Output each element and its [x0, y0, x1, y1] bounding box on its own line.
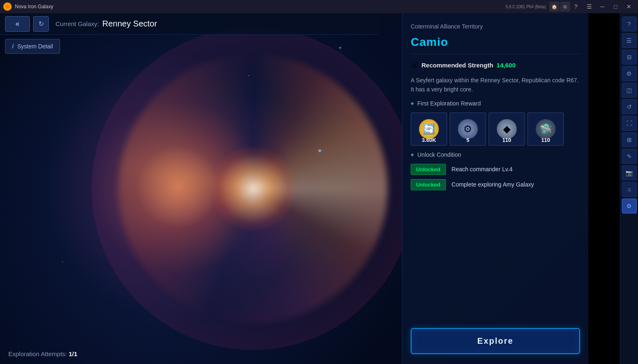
- unlock-condition-1: Complete exploring Amy Galaxy: [452, 181, 534, 188]
- right-sidebar: ? ☰ ⊟ ⚙ ◫ ↺ ⛶ ⊞ ✎ 📷 ♫ ⚙: [620, 13, 638, 364]
- strength-icon: ⚔: [411, 60, 418, 70]
- exploration-label: Exploration Attempts:: [8, 350, 67, 357]
- system-detail-button[interactable]: i System Detail: [5, 39, 60, 54]
- star-4: [83, 146, 83, 146]
- reward-item-3: 🛸 110: [527, 113, 564, 146]
- sidebar-minimize-btn[interactable]: ⊟: [622, 50, 637, 65]
- right-panel: Coterminal Alliance Territory Camio ⚔ Re…: [402, 13, 588, 364]
- reward-icon-gear: ⚙: [458, 119, 478, 139]
- maximize-btn[interactable]: □: [610, 1, 621, 12]
- reward-header-label: First Exploration Reward: [417, 100, 481, 107]
- settings-btn[interactable]: ☰: [583, 1, 595, 12]
- reward-value-1: 5: [466, 137, 469, 143]
- reward-item-1: ⚙ 5: [450, 113, 486, 146]
- explore-button[interactable]: Explore: [411, 328, 580, 354]
- sidebar-audio-btn[interactable]: ♫: [622, 182, 637, 197]
- reward-icon-crystal: ◆: [497, 119, 517, 139]
- reward-item-0: 🔄 3.60K: [411, 113, 447, 146]
- nav-bar: « ↻ Current Galaxy: Renney Sector: [0, 13, 379, 35]
- back-button[interactable]: «: [5, 16, 30, 32]
- strength-row: ⚔ Recommended Strength 14,600: [411, 60, 580, 70]
- refresh-button[interactable]: ↻: [33, 16, 49, 32]
- sidebar-camera-btn[interactable]: 📷: [622, 165, 637, 180]
- galaxy-core-glow: [212, 147, 294, 230]
- unlock-condition-0: Reach commander Lv.4: [452, 166, 513, 172]
- nav-dot-2: [339, 47, 341, 48]
- unlock-row-0: Unlocked Reach commander Lv.4: [411, 164, 580, 175]
- sidebar-help-btn[interactable]: ?: [622, 17, 637, 31]
- sidebar-grid-btn[interactable]: ⊞: [622, 132, 637, 147]
- app-title: Nova Iron Galaxy: [15, 4, 502, 10]
- exploration-count: 1/1: [69, 350, 77, 357]
- window-controls: ? ☰ ─ □ ✕: [570, 1, 635, 12]
- strength-label: Recommended Strength: [421, 62, 493, 69]
- unlock-badge-1: Unlocked: [411, 179, 446, 190]
- close-btn[interactable]: ✕: [623, 1, 635, 12]
- sidebar-edit-btn[interactable]: ✎: [622, 149, 637, 164]
- reward-icon-gold: 🔄: [419, 119, 439, 139]
- app-version: 5.8.0.1081 P64 (Beta): [506, 5, 546, 9]
- sidebar-rotate-btn[interactable]: ↺: [622, 99, 637, 114]
- planet-description: A Seyfert galaxy within the Renney Secto…: [411, 76, 580, 94]
- home-icon-btn[interactable]: 🏠: [549, 2, 559, 12]
- reward-value-2: 110: [502, 137, 511, 143]
- minimize-btn[interactable]: ─: [597, 1, 608, 12]
- reward-item-2: ◆ 110: [489, 113, 525, 146]
- unlock-section-header: Unlock Condition: [411, 151, 580, 158]
- help-btn[interactable]: ?: [570, 1, 582, 12]
- star-2: [124, 96, 125, 96]
- unlock-row-1: Unlocked Complete exploring Amy Galaxy: [411, 179, 580, 190]
- title-bar: Nova Iron Galaxy 5.8.0.1081 P64 (Beta) 🏠…: [0, 0, 638, 13]
- unlock-conditions: Unlocked Reach commander Lv.4 Unlocked C…: [411, 164, 580, 190]
- reward-value-3: 110: [541, 137, 550, 143]
- strength-value: 14,600: [496, 62, 515, 69]
- galaxy-label: Current Galaxy:: [55, 20, 99, 27]
- unlock-badge-0: Unlocked: [411, 164, 446, 175]
- sidebar-fullscreen-btn[interactable]: ⛶: [622, 116, 637, 131]
- star-3: [248, 75, 249, 76]
- info-icon: i: [12, 43, 14, 50]
- sidebar-settings-btn[interactable]: ⚙: [622, 66, 637, 81]
- reward-value-0: 3.60K: [422, 137, 436, 143]
- sidebar-layout-btn[interactable]: ◫: [622, 83, 637, 98]
- game-area: « ↻ Current Galaxy: Renney Sector i Syst…: [0, 13, 588, 364]
- galaxy-name: Renney Sector: [102, 19, 157, 29]
- star-5: [62, 261, 63, 262]
- reward-section-header: First Exploration Reward: [411, 100, 580, 107]
- title-bar-icons: 🏠 ⧉: [549, 2, 570, 12]
- reward-items: 🔄 3.60K ⚙ 5 ◆ 110 🛸 110: [411, 113, 580, 146]
- sidebar-menu-btn[interactable]: ☰: [622, 33, 637, 48]
- system-detail-label: System Detail: [17, 43, 53, 50]
- planet-title: Camio: [411, 36, 580, 54]
- back-icon: «: [15, 19, 19, 28]
- exploration-attempts: Exploration Attempts: 1/1: [8, 350, 77, 357]
- nav-dot: [319, 150, 321, 152]
- refresh-icon: ↻: [39, 20, 44, 28]
- territory-label: Coterminal Alliance Territory: [411, 23, 580, 30]
- copy-icon-btn[interactable]: ⧉: [560, 2, 570, 12]
- star-6: [290, 303, 290, 303]
- app-logo: [3, 2, 12, 11]
- unlock-header-label: Unlock Condition: [417, 151, 461, 158]
- reward-icon-drone: 🛸: [536, 119, 556, 139]
- sidebar-gear2-btn[interactable]: ⚙: [622, 199, 637, 213]
